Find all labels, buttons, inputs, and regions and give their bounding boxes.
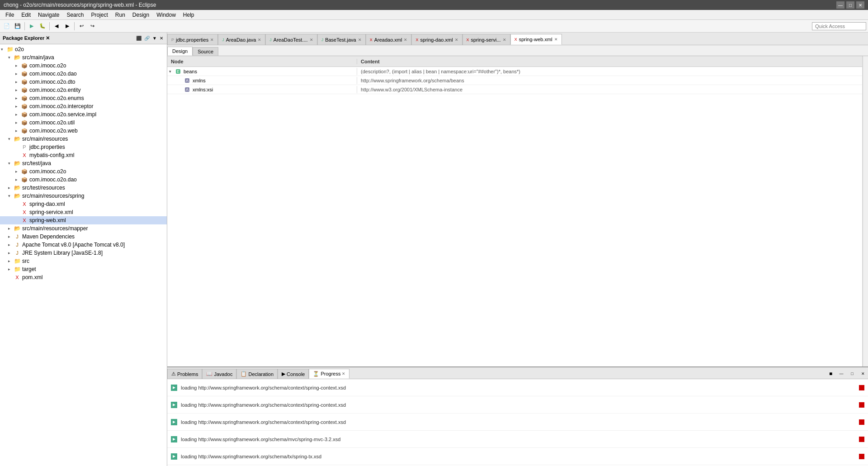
tree-item-spring-dao.xml[interactable]: X spring-dao.xml [0,200,167,208]
tree-item-com.imooc.o2o.enums[interactable]: ▸ 📦 com.imooc.o2o.enums [0,94,167,102]
tree-item-com.imooc.o2o.util[interactable]: ▸ 📦 com.imooc.o2o.util [0,119,167,127]
collapse-all-icon[interactable]: ⬛ [135,35,142,41]
tree-icon-target: 📁 [14,266,21,273]
progress-cancel-p3[interactable] [859,419,864,425]
debug-button[interactable]: 🐛 [38,21,47,31]
menu-file[interactable]: File [2,11,18,19]
maximize-button[interactable]: □ [846,1,854,9]
bottom-tab-progress[interactable]: ⏳ Progress ✕ [309,369,349,379]
progress-maximize-button[interactable]: □ [847,369,857,379]
tree-item-target[interactable]: ▸ 📁 target [0,265,167,273]
tree-item-jre-system[interactable]: ▸ J JRE System Library [JavaSE-1.8] [0,249,167,257]
xml-row-xmlns[interactable]: A xmlns http://www.springframework.org/s… [167,76,862,85]
new-button[interactable]: 📄 [2,21,12,31]
undo-button[interactable]: ↩ [76,21,86,31]
tree-item-src-test-java[interactable]: ▾ 📂 src/test/java [0,159,167,167]
editor-tab-spring-web-xml[interactable]: X spring-web.xml ✕ [510,34,562,45]
progress-cancel-p2[interactable] [859,402,864,408]
tree-item-src-main-resources-mapper[interactable]: ▸ 📂 src/main/resources/mapper [0,224,167,233]
tree-item-com.imooc.o2o.dao-test[interactable]: ▸ 📦 com.imooc.o2o.dao [0,176,167,184]
editor-tab-AreaDao-java[interactable]: J AreaDao.java ✕ [218,34,265,45]
close-panel-icon[interactable]: ✕ [159,35,164,41]
tree-item-com.imooc.o2o[interactable]: ▸ 📦 com.imooc.o2o [0,62,167,70]
link-editor-icon[interactable]: 🔗 [143,35,151,41]
tree-icon-src-test-resources: 📂 [14,184,21,191]
save-button[interactable]: 💾 [13,21,23,31]
bottom-tab-problems[interactable]: ⚠ Problems [167,369,202,379]
menu-help[interactable]: Help [179,11,198,19]
tree-item-com.imooc.o2o.interceptor[interactable]: ▸ 📦 com.imooc.o2o.interceptor [0,102,167,110]
tree-item-com.imooc.o2o.service.impl[interactable]: ▸ 📦 com.imooc.o2o.service.impl [0,110,167,119]
tab-close-AreaDaoTest[interactable]: ✕ [310,38,313,42]
tree-item-pom.xml[interactable]: X pom.xml [0,273,167,281]
tab-source[interactable]: Source [193,47,218,56]
tab-close-Areadao-xml[interactable]: ✕ [404,38,407,42]
editor-tab-jdbc-properties[interactable]: P jdbc.properties ✕ [167,34,218,45]
tree-item-spring-service.xml[interactable]: X spring-service.xml [0,208,167,216]
menu-run[interactable]: Run [112,11,129,19]
progress-cancel-p4[interactable] [859,437,864,442]
editor-tab-spring-dao-xml[interactable]: X spring-dao.xml ✕ [411,34,462,45]
tree-item-maven-dependencies[interactable]: ▸ J Maven Dependencies [0,233,167,241]
bottom-tab-declaration[interactable]: 📋 Declaration [236,369,278,379]
tab-close-spring-dao-xml[interactable]: ✕ [455,38,458,42]
progress-stop-all-button[interactable]: ⏹ [826,369,835,379]
xml-node-icon-xmlns-xsi: A [184,86,191,93]
xml-row-xmlns-xsi[interactable]: A xmlns:xsi http://www.w3.org/2001/XMLSc… [167,85,862,94]
tree-item-com.imooc.o2o.dto[interactable]: ▸ 📦 com.imooc.o2o.dto [0,78,167,86]
menu-search[interactable]: Search [63,11,87,19]
redo-button[interactable]: ↪ [87,21,97,31]
bottom-tab-close-progress[interactable]: ✕ [342,371,345,376]
run-button[interactable]: ▶ [27,21,37,31]
tree-icon-src-main-resources-mapper: 📂 [14,225,21,232]
tab-label-AreaDao-java: AreaDao.java [226,37,256,43]
progress-minimize-button[interactable]: — [836,369,846,379]
tab-label-AreaDaoTest: AreaDaoTest.... [274,37,308,43]
tree-item-src-main-resources-spring[interactable]: ▾ 📂 src/main/resources/spring [0,192,167,200]
xml-row-beans[interactable]: ▾ E beans (description?, (import | alias… [167,67,862,76]
tree-item-o2o[interactable]: ▾ 📁 o2o [0,45,167,53]
tree-item-com.imooc.o2o.dao[interactable]: ▸ 📦 com.imooc.o2o.dao [0,70,167,78]
tree-item-com.imooc.o2o-test[interactable]: ▸ 📦 com.imooc.o2o [0,167,167,176]
editor-tab-Areadao-xml[interactable]: X Areadao.xml ✕ [366,34,412,45]
quick-access-input[interactable] [812,22,866,30]
menu-design[interactable]: Design [129,11,153,19]
bottom-tab-javadoc[interactable]: 📖 Javadoc [202,369,236,379]
tab-close-spring-web-xml[interactable]: ✕ [554,37,558,42]
tree-item-apache-tomcat[interactable]: ▸ J Apache Tomcat v8.0 [Apache Tomcat v8… [0,241,167,249]
back-button[interactable]: ◀ [52,21,61,31]
minimize-button[interactable]: — [836,1,844,9]
editor-tab-AreaDaoTest[interactable]: J AreaDaoTest.... ✕ [265,34,317,45]
menu-window[interactable]: Window [153,11,179,19]
menu-edit[interactable]: Edit [18,11,34,19]
tab-close-spring-servi[interactable]: ✕ [503,38,506,42]
tree-item-com.imooc.o2o.entity[interactable]: ▸ 📦 com.imooc.o2o.entity [0,86,167,94]
xml-vertical-scrollbar[interactable] [863,56,868,366]
editor-tab-spring-servi[interactable]: X spring-servi... ✕ [462,34,510,45]
tree-item-jdbc.properties[interactable]: P jdbc.properties [0,143,167,151]
progress-cancel-p1[interactable] [859,385,864,390]
tree-item-com.imooc.o2o.web[interactable]: ▸ 📦 com.imooc.o2o.web [0,127,167,135]
tree-item-spring-web.xml[interactable]: X spring-web.xml [0,216,167,224]
tree-arrow-com.imooc.o2o.dao-test: ▸ [15,177,21,182]
tree-item-src[interactable]: ▸ 📁 src [0,257,167,265]
tab-close-BaseTest-java[interactable]: ✕ [358,38,362,42]
menu-project[interactable]: Project [87,11,111,19]
tree-item-src-test-resources[interactable]: ▸ 📂 src/test/resources [0,184,167,192]
close-button[interactable]: ✕ [856,1,864,9]
tab-design[interactable]: Design [167,47,193,56]
progress-close-button[interactable]: ✕ [858,369,868,379]
tab-close-jdbc-properties[interactable]: ✕ [210,38,214,42]
tab-icon-spring-servi: X [467,38,469,42]
menu-navigate[interactable]: Navigate [34,11,63,19]
tree-icon-com.imooc.o2o: 📦 [21,62,28,69]
view-menu-icon[interactable]: ▼ [151,35,158,41]
forward-button[interactable]: ▶ [62,21,72,31]
tab-close-AreaDao-java[interactable]: ✕ [258,38,261,42]
progress-cancel-p5[interactable] [859,454,864,459]
bottom-tab-console[interactable]: ▶ Console [278,369,309,379]
tree-item-mybatis-config.xml[interactable]: X mybatis-config.xml [0,151,167,159]
tree-item-src-main-resources[interactable]: ▾ 📂 src/main/resources [0,135,167,143]
editor-tab-BaseTest-java[interactable]: J BaseTest.java ✕ [317,34,366,45]
tree-item-src-main-java[interactable]: ▾ 📂 src/main/java [0,53,167,62]
